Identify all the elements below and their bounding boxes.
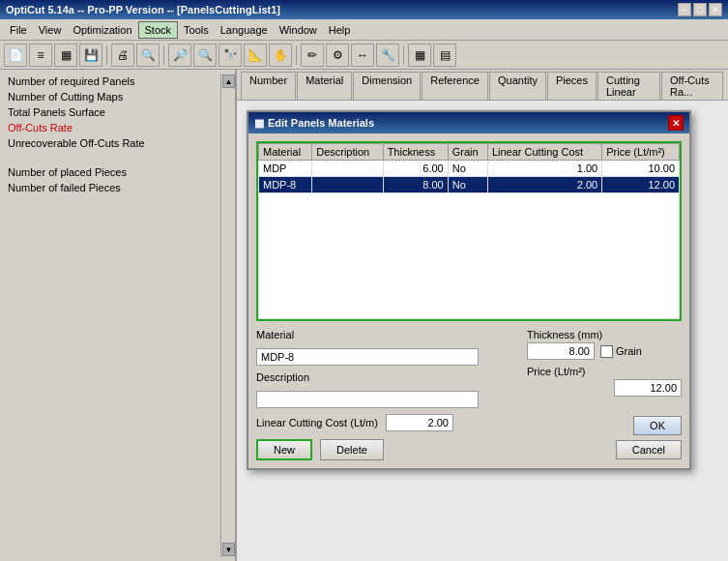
toolbar-find[interactable]: 🔍 [136, 44, 160, 67]
stat-unrecoverable-offcuts[interactable]: Unrecoverable Off-Cuts Rate [0, 135, 220, 151]
tab-quantity[interactable]: Quantity [489, 72, 546, 100]
modal-overlay: ▦ Edit Panels Materials ✕ Mate [237, 101, 728, 561]
minimize-button[interactable]: ─ [678, 3, 691, 16]
toolbar: 📄 ≡ ▦ 💾 🖨 🔍 🔎 🔍 🔭 📐 ✋ ✏ ⚙ ↔ 🔧 ▦ ▤ [0, 41, 728, 70]
menu-stock[interactable]: Stock [138, 21, 179, 39]
toolbar-panels[interactable]: ▦ [408, 44, 431, 67]
cell-material: MDP [259, 161, 312, 177]
menu-help[interactable]: Help [323, 22, 357, 38]
left-panel-content: Number of required Panels Number of Cutt… [0, 74, 220, 557]
tab-reference[interactable]: Reference [422, 72, 488, 100]
toolbar-edit[interactable]: ✏ [301, 44, 324, 67]
content-area: ▦ Edit Panels Materials ✕ Mate [237, 101, 728, 561]
separator-2 [163, 45, 164, 65]
stat-required-panels[interactable]: Number of required Panels [0, 74, 220, 89]
tab-dimension[interactable]: Dimension [353, 72, 421, 100]
app-title: OptiCut 5.14a -- Pro-PP Version -- [Pane… [6, 4, 280, 15]
form-col-right: Thickness (mm) Grain [527, 329, 682, 435]
toolbar-save[interactable]: 💾 [79, 44, 102, 67]
toolbar-strips[interactable]: ▤ [433, 44, 456, 67]
scroll-up[interactable]: ▲ [222, 74, 235, 88]
title-bar: OptiCut 5.14a -- Pro-PP Version -- [Pane… [0, 0, 728, 19]
grain-checkbox[interactable] [600, 345, 613, 358]
new-button[interactable]: New [256, 439, 312, 460]
thickness-label: Thickness (mm) [527, 329, 682, 340]
menu-file[interactable]: File [4, 22, 33, 38]
cell-material: MDP-8 [259, 177, 312, 193]
maximize-button[interactable]: □ [693, 3, 707, 16]
delete-button[interactable]: Delete [320, 439, 384, 460]
toolbar-arrow[interactable]: ↔ [351, 44, 374, 67]
cell-price: 12.00 [602, 177, 680, 193]
materials-table-wrapper: Material Description Thickness Grain Lin… [256, 141, 682, 321]
price-input[interactable] [614, 379, 682, 397]
dialog-title: ▦ Edit Panels Materials [254, 117, 374, 130]
cell-thickness: 6.00 [383, 161, 448, 177]
thickness-input[interactable] [527, 342, 595, 360]
toolbar-hand[interactable]: ✋ [269, 44, 292, 67]
left-panel: Number of required Panels Number of Cutt… [0, 70, 237, 561]
title-bar-buttons: ─ □ ✕ [678, 3, 722, 16]
col-cutting-cost: Linear Cutting Cost [487, 144, 601, 161]
cell-description [312, 177, 383, 193]
grain-label: Grain [616, 345, 642, 357]
toolbar-zoom-in[interactable]: 🔍 [193, 44, 217, 67]
table-row[interactable]: MDP-8 8.00 No 2.00 12.00 [259, 177, 680, 193]
menu-optimization[interactable]: Optimization [67, 22, 137, 38]
grain-checkbox-label: Grain [600, 345, 642, 358]
material-field-row: Material [256, 329, 511, 342]
toolbar-new[interactable]: 📄 [4, 44, 27, 67]
cutting-cost-input[interactable] [386, 414, 453, 431]
left-buttons: New Delete [256, 439, 384, 460]
toolbar-settings[interactable]: ⚙ [326, 44, 349, 67]
stat-offcuts-rate[interactable]: Off-Cuts Rate [0, 120, 220, 135]
separator-1 [106, 45, 107, 65]
dialog-body: Material Description Thickness Grain Lin… [248, 133, 689, 468]
form-col-left: Material Description [256, 329, 511, 435]
scroll-down[interactable]: ▼ [222, 543, 235, 556]
cell-grain: No [448, 161, 487, 177]
stat-failed-pieces[interactable]: Number of failed Pieces [0, 180, 220, 195]
menu-tools[interactable]: Tools [178, 22, 215, 38]
cell-cutting-cost: 2.00 [487, 177, 601, 193]
form-section: Material Description [256, 329, 682, 435]
separator-4 [403, 45, 404, 65]
toolbar-list[interactable]: ≡ [29, 44, 52, 67]
ok-button[interactable]: OK [633, 416, 682, 435]
description-field-row: Description [256, 371, 511, 385]
tab-number[interactable]: Number [241, 72, 296, 100]
cell-thickness: 8.00 [383, 177, 448, 193]
toolbar-print[interactable]: 🖨 [111, 44, 134, 67]
toolbar-zoom-out[interactable]: 🔎 [168, 44, 191, 67]
menu-language[interactable]: Language [215, 22, 274, 38]
stat-total-surface[interactable]: Total Panels Surface [0, 104, 220, 120]
close-button[interactable]: ✕ [709, 3, 722, 16]
menu-window[interactable]: Window [274, 22, 323, 38]
cancel-button[interactable]: Cancel [616, 440, 682, 459]
toolbar-config[interactable]: 🔧 [376, 44, 399, 67]
left-panel-scrollbar[interactable]: ▲ ▼ [220, 74, 235, 557]
cutting-cost-label: Linear Cutting Cost (Lt/m) [256, 417, 378, 428]
table-row[interactable]: MDP 6.00 No 1.00 10.00 [259, 161, 680, 177]
main-layout: Number of required Panels Number of Cutt… [0, 70, 728, 561]
toolbar-zoom-select[interactable]: 📐 [244, 44, 267, 67]
menu-view[interactable]: View [33, 22, 68, 38]
stat-placed-pieces[interactable]: Number of placed Pieces [0, 164, 220, 180]
tab-material[interactable]: Material [297, 72, 352, 100]
dialog-close-button[interactable]: ✕ [668, 115, 684, 131]
tab-offcuts[interactable]: Off-Cuts Ra... [661, 72, 723, 100]
tabs-bar: Number Material Dimension Reference Quan… [237, 70, 728, 101]
menu-bar: File View Optimization Stock Tools Langu… [0, 19, 728, 41]
tab-pieces[interactable]: Pieces [547, 72, 597, 100]
stat-cutting-maps[interactable]: Number of Cutting Maps [0, 89, 220, 104]
tab-cutting-linear[interactable]: Cutting Linear [597, 72, 660, 100]
description-input[interactable] [256, 391, 479, 408]
edit-panels-dialog: ▦ Edit Panels Materials ✕ Mate [247, 110, 691, 470]
toolbar-grid[interactable]: ▦ [54, 44, 77, 67]
col-price: Price (Lt/m²) [602, 144, 680, 161]
material-input[interactable] [256, 348, 479, 366]
col-grain: Grain [448, 144, 487, 161]
materials-table: Material Description Thickness Grain Lin… [258, 143, 680, 319]
toolbar-zoom-fit[interactable]: 🔭 [218, 44, 242, 67]
cell-price: 10.00 [602, 161, 680, 177]
